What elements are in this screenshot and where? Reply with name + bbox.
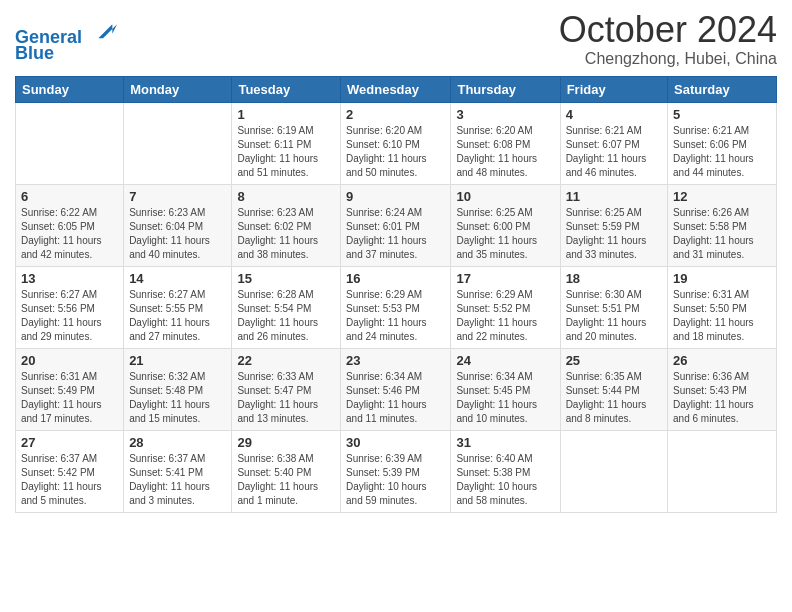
day-number: 27 bbox=[21, 435, 118, 450]
calendar-cell: 4Sunrise: 6:21 AM Sunset: 6:07 PM Daylig… bbox=[560, 102, 667, 184]
calendar-cell: 20Sunrise: 6:31 AM Sunset: 5:49 PM Dayli… bbox=[16, 348, 124, 430]
day-number: 18 bbox=[566, 271, 662, 286]
day-number: 29 bbox=[237, 435, 335, 450]
calendar-cell bbox=[560, 430, 667, 512]
day-info: Sunrise: 6:27 AM Sunset: 5:56 PM Dayligh… bbox=[21, 288, 118, 344]
calendar-cell: 13Sunrise: 6:27 AM Sunset: 5:56 PM Dayli… bbox=[16, 266, 124, 348]
day-info: Sunrise: 6:40 AM Sunset: 5:38 PM Dayligh… bbox=[456, 452, 554, 508]
weekday-header: Monday bbox=[124, 76, 232, 102]
calendar-week-row: 27Sunrise: 6:37 AM Sunset: 5:42 PM Dayli… bbox=[16, 430, 777, 512]
calendar-cell: 11Sunrise: 6:25 AM Sunset: 5:59 PM Dayli… bbox=[560, 184, 667, 266]
day-number: 19 bbox=[673, 271, 771, 286]
day-info: Sunrise: 6:20 AM Sunset: 6:08 PM Dayligh… bbox=[456, 124, 554, 180]
calendar-cell: 31Sunrise: 6:40 AM Sunset: 5:38 PM Dayli… bbox=[451, 430, 560, 512]
day-number: 6 bbox=[21, 189, 118, 204]
day-info: Sunrise: 6:39 AM Sunset: 5:39 PM Dayligh… bbox=[346, 452, 445, 508]
calendar-cell: 24Sunrise: 6:34 AM Sunset: 5:45 PM Dayli… bbox=[451, 348, 560, 430]
day-number: 23 bbox=[346, 353, 445, 368]
svg-marker-0 bbox=[98, 24, 117, 38]
day-info: Sunrise: 6:32 AM Sunset: 5:48 PM Dayligh… bbox=[129, 370, 226, 426]
day-number: 1 bbox=[237, 107, 335, 122]
calendar-cell: 27Sunrise: 6:37 AM Sunset: 5:42 PM Dayli… bbox=[16, 430, 124, 512]
day-info: Sunrise: 6:23 AM Sunset: 6:04 PM Dayligh… bbox=[129, 206, 226, 262]
day-info: Sunrise: 6:28 AM Sunset: 5:54 PM Dayligh… bbox=[237, 288, 335, 344]
day-info: Sunrise: 6:20 AM Sunset: 6:10 PM Dayligh… bbox=[346, 124, 445, 180]
calendar-cell: 12Sunrise: 6:26 AM Sunset: 5:58 PM Dayli… bbox=[668, 184, 777, 266]
day-number: 30 bbox=[346, 435, 445, 450]
day-info: Sunrise: 6:25 AM Sunset: 5:59 PM Dayligh… bbox=[566, 206, 662, 262]
weekday-header: Friday bbox=[560, 76, 667, 102]
calendar-cell: 25Sunrise: 6:35 AM Sunset: 5:44 PM Dayli… bbox=[560, 348, 667, 430]
day-number: 17 bbox=[456, 271, 554, 286]
calendar-cell: 16Sunrise: 6:29 AM Sunset: 5:53 PM Dayli… bbox=[341, 266, 451, 348]
calendar-cell: 15Sunrise: 6:28 AM Sunset: 5:54 PM Dayli… bbox=[232, 266, 341, 348]
day-info: Sunrise: 6:25 AM Sunset: 6:00 PM Dayligh… bbox=[456, 206, 554, 262]
calendar-cell: 28Sunrise: 6:37 AM Sunset: 5:41 PM Dayli… bbox=[124, 430, 232, 512]
day-number: 25 bbox=[566, 353, 662, 368]
calendar-cell: 9Sunrise: 6:24 AM Sunset: 6:01 PM Daylig… bbox=[341, 184, 451, 266]
day-info: Sunrise: 6:21 AM Sunset: 6:06 PM Dayligh… bbox=[673, 124, 771, 180]
day-number: 9 bbox=[346, 189, 445, 204]
calendar-cell bbox=[124, 102, 232, 184]
day-number: 22 bbox=[237, 353, 335, 368]
day-info: Sunrise: 6:34 AM Sunset: 5:46 PM Dayligh… bbox=[346, 370, 445, 426]
day-info: Sunrise: 6:35 AM Sunset: 5:44 PM Dayligh… bbox=[566, 370, 662, 426]
day-info: Sunrise: 6:38 AM Sunset: 5:40 PM Dayligh… bbox=[237, 452, 335, 508]
calendar-week-row: 13Sunrise: 6:27 AM Sunset: 5:56 PM Dayli… bbox=[16, 266, 777, 348]
day-info: Sunrise: 6:31 AM Sunset: 5:49 PM Dayligh… bbox=[21, 370, 118, 426]
day-info: Sunrise: 6:29 AM Sunset: 5:52 PM Dayligh… bbox=[456, 288, 554, 344]
calendar-cell: 6Sunrise: 6:22 AM Sunset: 6:05 PM Daylig… bbox=[16, 184, 124, 266]
calendar-cell: 17Sunrise: 6:29 AM Sunset: 5:52 PM Dayli… bbox=[451, 266, 560, 348]
day-info: Sunrise: 6:30 AM Sunset: 5:51 PM Dayligh… bbox=[566, 288, 662, 344]
logo: General Blue bbox=[15, 15, 117, 64]
day-number: 15 bbox=[237, 271, 335, 286]
calendar-cell: 3Sunrise: 6:20 AM Sunset: 6:08 PM Daylig… bbox=[451, 102, 560, 184]
logo-icon bbox=[89, 15, 117, 43]
calendar-cell: 2Sunrise: 6:20 AM Sunset: 6:10 PM Daylig… bbox=[341, 102, 451, 184]
day-number: 21 bbox=[129, 353, 226, 368]
day-info: Sunrise: 6:27 AM Sunset: 5:55 PM Dayligh… bbox=[129, 288, 226, 344]
weekday-header: Wednesday bbox=[341, 76, 451, 102]
day-info: Sunrise: 6:22 AM Sunset: 6:05 PM Dayligh… bbox=[21, 206, 118, 262]
calendar-cell: 5Sunrise: 6:21 AM Sunset: 6:06 PM Daylig… bbox=[668, 102, 777, 184]
day-number: 3 bbox=[456, 107, 554, 122]
calendar-cell: 26Sunrise: 6:36 AM Sunset: 5:43 PM Dayli… bbox=[668, 348, 777, 430]
calendar-cell: 19Sunrise: 6:31 AM Sunset: 5:50 PM Dayli… bbox=[668, 266, 777, 348]
page-header: General Blue October 2024 Chengzhong, Hu… bbox=[15, 10, 777, 68]
day-number: 12 bbox=[673, 189, 771, 204]
calendar-cell: 22Sunrise: 6:33 AM Sunset: 5:47 PM Dayli… bbox=[232, 348, 341, 430]
calendar-cell: 21Sunrise: 6:32 AM Sunset: 5:48 PM Dayli… bbox=[124, 348, 232, 430]
day-info: Sunrise: 6:37 AM Sunset: 5:42 PM Dayligh… bbox=[21, 452, 118, 508]
weekday-header: Thursday bbox=[451, 76, 560, 102]
calendar-cell: 23Sunrise: 6:34 AM Sunset: 5:46 PM Dayli… bbox=[341, 348, 451, 430]
location-title: Chengzhong, Hubei, China bbox=[559, 50, 777, 68]
weekday-header: Saturday bbox=[668, 76, 777, 102]
month-title: October 2024 bbox=[559, 10, 777, 50]
day-info: Sunrise: 6:21 AM Sunset: 6:07 PM Dayligh… bbox=[566, 124, 662, 180]
calendar-cell: 14Sunrise: 6:27 AM Sunset: 5:55 PM Dayli… bbox=[124, 266, 232, 348]
weekday-header: Tuesday bbox=[232, 76, 341, 102]
day-number: 14 bbox=[129, 271, 226, 286]
day-number: 4 bbox=[566, 107, 662, 122]
day-number: 24 bbox=[456, 353, 554, 368]
day-info: Sunrise: 6:34 AM Sunset: 5:45 PM Dayligh… bbox=[456, 370, 554, 426]
day-number: 5 bbox=[673, 107, 771, 122]
calendar-week-row: 6Sunrise: 6:22 AM Sunset: 6:05 PM Daylig… bbox=[16, 184, 777, 266]
day-number: 2 bbox=[346, 107, 445, 122]
day-number: 31 bbox=[456, 435, 554, 450]
day-number: 7 bbox=[129, 189, 226, 204]
day-number: 13 bbox=[21, 271, 118, 286]
calendar-cell: 18Sunrise: 6:30 AM Sunset: 5:51 PM Dayli… bbox=[560, 266, 667, 348]
day-info: Sunrise: 6:29 AM Sunset: 5:53 PM Dayligh… bbox=[346, 288, 445, 344]
day-info: Sunrise: 6:33 AM Sunset: 5:47 PM Dayligh… bbox=[237, 370, 335, 426]
calendar-cell: 29Sunrise: 6:38 AM Sunset: 5:40 PM Dayli… bbox=[232, 430, 341, 512]
calendar-cell: 7Sunrise: 6:23 AM Sunset: 6:04 PM Daylig… bbox=[124, 184, 232, 266]
calendar-cell: 8Sunrise: 6:23 AM Sunset: 6:02 PM Daylig… bbox=[232, 184, 341, 266]
day-number: 10 bbox=[456, 189, 554, 204]
day-number: 28 bbox=[129, 435, 226, 450]
title-block: October 2024 Chengzhong, Hubei, China bbox=[559, 10, 777, 68]
calendar-cell bbox=[16, 102, 124, 184]
page-container: General Blue October 2024 Chengzhong, Hu… bbox=[0, 0, 792, 612]
day-info: Sunrise: 6:37 AM Sunset: 5:41 PM Dayligh… bbox=[129, 452, 226, 508]
day-info: Sunrise: 6:23 AM Sunset: 6:02 PM Dayligh… bbox=[237, 206, 335, 262]
